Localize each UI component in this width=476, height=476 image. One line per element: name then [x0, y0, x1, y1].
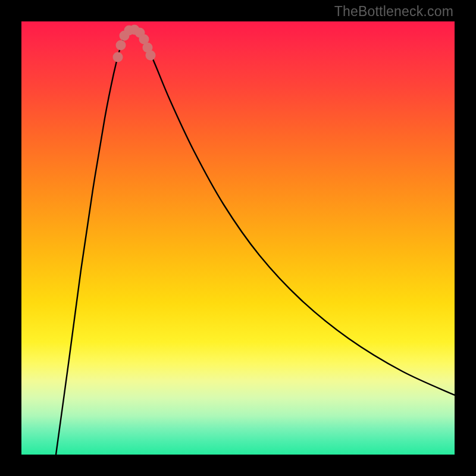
cusp-dot [146, 51, 156, 61]
bottleneck-curve [21, 21, 455, 455]
right-curve [138, 30, 455, 395]
watermark-text: TheBottleneck.com [334, 4, 453, 20]
cusp-dots [113, 25, 156, 62]
cusp-dot [116, 40, 126, 51]
cusp-dot [113, 52, 123, 62]
left-curve [56, 30, 129, 455]
chart-area [21, 21, 455, 455]
